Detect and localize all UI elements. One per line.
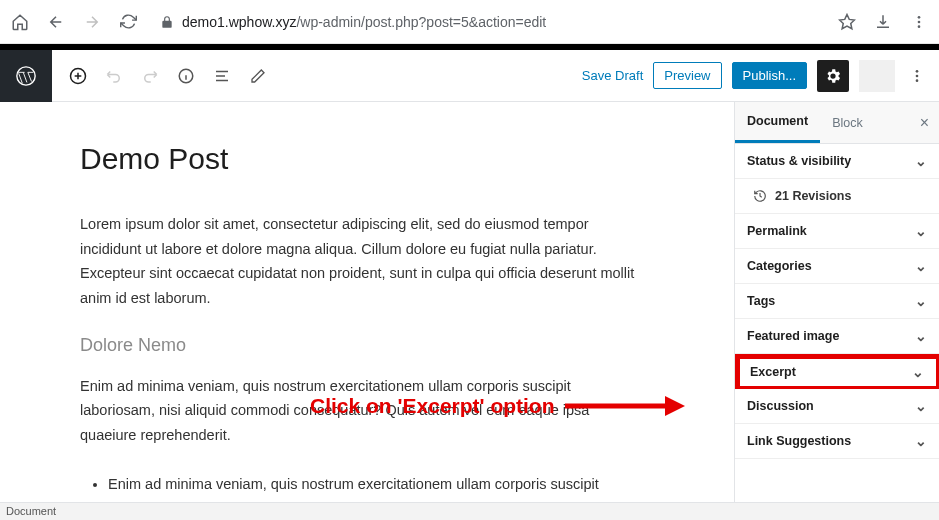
- close-sidebar-icon[interactable]: ×: [920, 114, 939, 132]
- paragraph-block[interactable]: Enim ad minima veniam, quis nostrum exer…: [80, 374, 640, 448]
- post-title[interactable]: Demo Post: [80, 142, 654, 176]
- redo-icon[interactable]: [138, 64, 162, 88]
- panel-discussion[interactable]: Discussion ⌄: [735, 389, 939, 424]
- outline-icon[interactable]: [210, 64, 234, 88]
- publish-button[interactable]: Publish...: [732, 62, 807, 89]
- more-menu-icon[interactable]: [905, 64, 929, 88]
- chevron-down-icon: ⌄: [915, 223, 927, 239]
- save-draft-link[interactable]: Save Draft: [582, 68, 643, 83]
- undo-icon[interactable]: [102, 64, 126, 88]
- svg-point-7: [916, 70, 919, 73]
- settings-sidebar: Document Block × Status & visibility ⌄ 2…: [734, 102, 939, 502]
- browser-menu-icon[interactable]: [909, 12, 929, 32]
- star-icon[interactable]: [837, 12, 857, 32]
- chevron-down-icon: ⌄: [915, 293, 927, 309]
- home-icon[interactable]: [10, 12, 30, 32]
- chevron-down-icon: ⌄: [915, 153, 927, 169]
- panel-revisions[interactable]: 21 Revisions: [735, 179, 939, 214]
- panel-excerpt[interactable]: Excerpt ⌄: [735, 354, 939, 389]
- address-bar[interactable]: demo1.wphow.xyz/wp-admin/post.php?post=5…: [160, 14, 821, 30]
- panel-status-visibility[interactable]: Status & visibility ⌄: [735, 144, 939, 179]
- history-icon: [753, 189, 767, 203]
- breadcrumb[interactable]: Document: [6, 505, 56, 517]
- list-item[interactable]: Enim ad minima veniam, quis nostrum exer…: [108, 471, 640, 497]
- panel-label: Tags: [747, 294, 775, 308]
- preview-button[interactable]: Preview: [653, 62, 721, 89]
- heading-block[interactable]: Dolore Nemo: [80, 335, 654, 356]
- blank-box: [859, 60, 895, 92]
- status-bar: Document: [0, 502, 939, 520]
- chevron-down-icon: ⌄: [915, 328, 927, 344]
- panel-label: Categories: [747, 259, 812, 273]
- paragraph-block[interactable]: Lorem ipsum dolor sit amet, consectetur …: [80, 212, 640, 311]
- sidebar-tabs: Document Block ×: [735, 102, 939, 144]
- download-icon[interactable]: [873, 12, 893, 32]
- editor-canvas[interactable]: Demo Post Lorem ipsum dolor sit amet, co…: [0, 102, 734, 502]
- svg-point-2: [918, 20, 921, 23]
- tab-document[interactable]: Document: [735, 102, 820, 143]
- panel-label: Link Suggestions: [747, 434, 851, 448]
- svg-marker-11: [665, 396, 685, 416]
- panel-permalink[interactable]: Permalink ⌄: [735, 214, 939, 249]
- chevron-down-icon: ⌄: [915, 258, 927, 274]
- svg-point-8: [916, 74, 919, 77]
- panel-label: Discussion: [747, 399, 814, 413]
- lock-icon: [160, 15, 174, 29]
- chevron-down-icon: ⌄: [915, 433, 927, 449]
- url-text: demo1.wphow.xyz/wp-admin/post.php?post=5…: [182, 14, 546, 30]
- panel-categories[interactable]: Categories ⌄: [735, 249, 939, 284]
- panel-link-suggestions[interactable]: Link Suggestions ⌄: [735, 424, 939, 459]
- chevron-down-icon: ⌄: [912, 364, 924, 380]
- panel-label: Featured image: [747, 329, 839, 343]
- panel-label: Permalink: [747, 224, 807, 238]
- list-block[interactable]: Enim ad minima veniam, quis nostrum exer…: [80, 471, 640, 502]
- settings-button[interactable]: [817, 60, 849, 92]
- svg-point-3: [918, 25, 921, 28]
- panel-label: Excerpt: [750, 365, 796, 379]
- browser-toolbar: demo1.wphow.xyz/wp-admin/post.php?post=5…: [0, 0, 939, 44]
- back-icon[interactable]: [46, 12, 66, 32]
- panel-tags[interactable]: Tags ⌄: [735, 284, 939, 319]
- panel-label: Status & visibility: [747, 154, 851, 168]
- editor-top-toolbar: Save Draft Preview Publish...: [0, 50, 939, 102]
- svg-marker-0: [840, 14, 855, 28]
- reload-icon[interactable]: [118, 12, 138, 32]
- tab-block[interactable]: Block: [820, 102, 875, 143]
- chevron-down-icon: ⌄: [915, 398, 927, 414]
- revisions-label: 21 Revisions: [775, 189, 851, 203]
- pencil-icon[interactable]: [246, 64, 270, 88]
- wordpress-logo-icon[interactable]: [0, 50, 52, 102]
- add-block-icon[interactable]: [66, 64, 90, 88]
- svg-point-9: [916, 79, 919, 82]
- panel-featured-image[interactable]: Featured image ⌄: [735, 319, 939, 354]
- info-icon[interactable]: [174, 64, 198, 88]
- forward-icon: [82, 12, 102, 32]
- svg-point-1: [918, 16, 921, 19]
